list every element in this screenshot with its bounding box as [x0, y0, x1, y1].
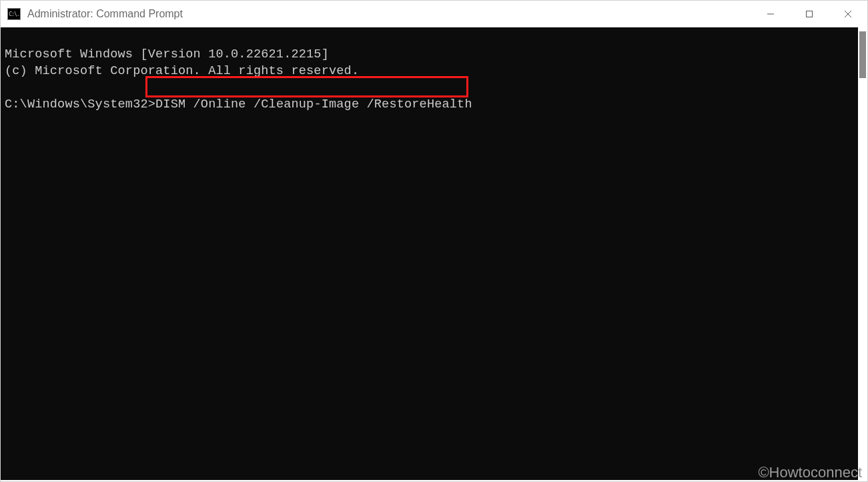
- terminal-command: DISM /Online /Cleanup-Image /RestoreHeal…: [155, 97, 472, 111]
- terminal-area[interactable]: Microsoft Windows [Version 10.0.22621.22…: [1, 27, 858, 480]
- minimize-button[interactable]: [751, 1, 790, 27]
- watermark-text: ©Howtoconnect: [758, 464, 862, 481]
- window-controls: [751, 1, 867, 27]
- close-icon: [844, 10, 852, 18]
- window-title: Administrator: Command Prompt: [27, 8, 183, 20]
- minimize-icon: [767, 10, 775, 18]
- cmd-icon: C:\.: [7, 8, 21, 20]
- svg-rect-1: [807, 11, 813, 17]
- maximize-button[interactable]: [790, 1, 829, 27]
- titlebar[interactable]: C:\. Administrator: Command Prompt: [1, 1, 867, 27]
- terminal-line-copyright: (c) Microsoft Corporation. All rights re…: [5, 64, 359, 78]
- maximize-icon: [805, 10, 813, 18]
- terminal-line-version: Microsoft Windows [Version 10.0.22621.22…: [5, 47, 329, 61]
- command-prompt-window: C:\. Administrator: Command Prompt Micro…: [0, 0, 868, 482]
- terminal-content: Microsoft Windows [Version 10.0.22621.22…: [1, 27, 858, 116]
- close-button[interactable]: [829, 1, 867, 27]
- vertical-scrollbar[interactable]: [859, 31, 866, 78]
- terminal-prompt: C:\Windows\System32>: [5, 97, 155, 111]
